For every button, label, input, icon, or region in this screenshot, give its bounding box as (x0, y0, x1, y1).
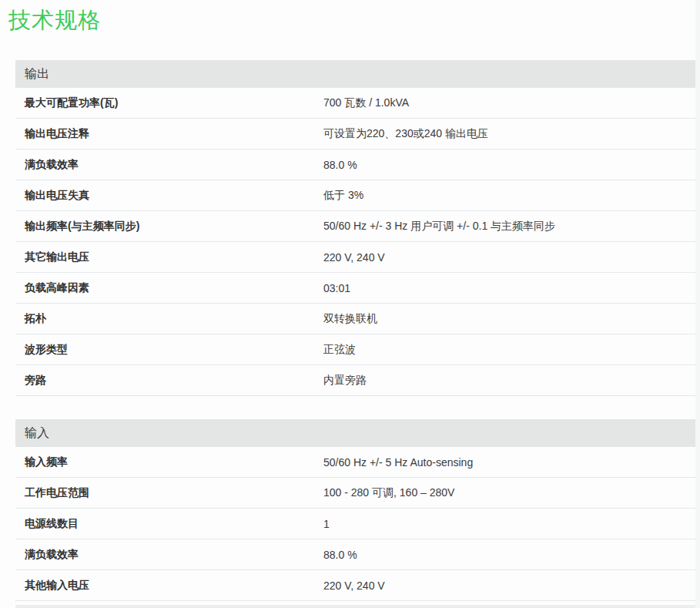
spec-row: 输出频率(与主频率同步) 50/60 Hz +/- 3 Hz 用户可调 +/- … (15, 211, 695, 242)
spec-row: 其他输入电压 220 V, 240 V (15, 570, 695, 601)
spec-value: 03:01 (323, 282, 695, 294)
section-rows: 输入频率 50/60 Hz +/- 5 Hz Auto-sensing 工作电压… (15, 447, 695, 601)
specs-page: 技术规格 输出 最大可配置功率(瓦) 700 瓦数 / 1.0kVA 输出电压注… (0, 6, 700, 608)
spec-row: 拓朴 双转换联机 (15, 304, 695, 334)
spec-row: 负载高峰因素 03:01 (15, 273, 695, 304)
spec-value: 内置旁路 (323, 374, 695, 388)
spec-label: 满负载效率 (15, 548, 323, 562)
spec-row: 工作电压范围 100 - 280 可调, 160 – 280V (15, 478, 695, 509)
spec-value: 50/60 Hz +/- 3 Hz 用户可调 +/- 0.1 与主频率同步 (323, 220, 695, 233)
section-rows: 最大可配置功率(瓦) 700 瓦数 / 1.0kVA 输出电压注释 可设置为22… (15, 88, 695, 396)
spec-value: 低于 3% (323, 189, 695, 203)
spec-value: 双转换联机 (323, 312, 695, 326)
spec-value: 正弦波 (323, 343, 695, 357)
spec-label: 输出频率(与主频率同步) (15, 220, 323, 233)
spec-row: 满负载效率 88.0 % (15, 539, 695, 570)
spec-row: 输出电压失真 低于 3% (15, 180, 695, 211)
section-header: 输入 (15, 419, 695, 447)
spec-row: 满负载效率 88.0 % (15, 149, 695, 180)
spec-value: 88.0 % (323, 549, 695, 561)
spec-row: 最大可配置功率(瓦) 700 瓦数 / 1.0kVA (15, 88, 695, 119)
spec-label: 拓朴 (15, 312, 323, 326)
spec-row: 输入频率 50/60 Hz +/- 5 Hz Auto-sensing (15, 447, 695, 478)
spec-section: 输出 最大可配置功率(瓦) 700 瓦数 / 1.0kVA 输出电压注释 可设置… (15, 60, 695, 396)
spec-label: 其它输出电压 (15, 250, 323, 264)
spec-value: 50/60 Hz +/- 5 Hz Auto-sensing (323, 456, 695, 469)
scrollbar-track[interactable] (695, 0, 700, 608)
spec-value: 700 瓦数 / 1.0kVA (323, 96, 695, 110)
spec-label: 负载高峰因素 (15, 281, 323, 295)
spec-label: 电源线数目 (15, 517, 323, 531)
spec-label: 其他输入电压 (15, 579, 323, 593)
spec-value: 1 (323, 518, 695, 530)
spec-tables: 输出 最大可配置功率(瓦) 700 瓦数 / 1.0kVA 输出电压注释 可设置… (15, 60, 695, 601)
spec-label: 工作电压范围 (15, 486, 323, 500)
next-section-header-partial (15, 605, 695, 608)
section-header: 输出 (15, 60, 695, 88)
spec-row: 旁路 内置旁路 (15, 365, 695, 396)
spec-value: 88.0 % (323, 159, 695, 171)
page-title: 技术规格 (8, 6, 700, 34)
spec-section: 输入 输入频率 50/60 Hz +/- 5 Hz Auto-sensing 工… (15, 419, 695, 601)
spec-row: 输出电压注释 可设置为220、230或240 输出电压 (15, 119, 695, 149)
spec-value: 220 V, 240 V (323, 251, 695, 264)
spec-label: 输出电压注释 (15, 127, 323, 141)
spec-value: 100 - 280 可调, 160 – 280V (323, 486, 695, 500)
spec-label: 波形类型 (15, 343, 323, 357)
spec-value: 220 V, 240 V (323, 579, 695, 592)
spec-label: 旁路 (15, 374, 323, 388)
spec-value: 可设置为220、230或240 输出电压 (323, 127, 695, 141)
spec-label: 满负载效率 (15, 158, 323, 172)
spec-row: 波形类型 正弦波 (15, 334, 695, 365)
spec-label: 最大可配置功率(瓦) (15, 96, 323, 110)
spec-label: 输入频率 (15, 455, 323, 469)
spec-label: 输出电压失真 (15, 189, 323, 203)
spec-row: 其它输出电压 220 V, 240 V (15, 242, 695, 273)
spec-row: 电源线数目 1 (15, 509, 695, 539)
